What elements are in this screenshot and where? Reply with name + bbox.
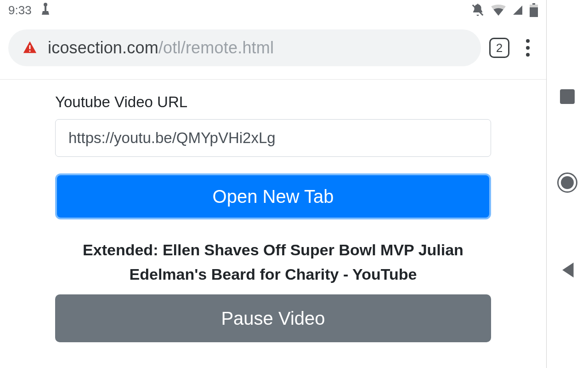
browser-toolbar: icosection.com/otl/remote.html 2	[0, 20, 546, 80]
cellular-icon	[512, 5, 523, 16]
url-path: /otl/remote.html	[158, 38, 274, 57]
clock-text: 9:33	[8, 3, 32, 17]
svg-rect-6	[29, 45, 31, 49]
url-text: icosection.com/otl/remote.html	[48, 38, 274, 58]
battery-icon	[530, 3, 538, 17]
svg-rect-3	[532, 3, 535, 5]
notifications-off-icon	[471, 3, 485, 17]
tab-switcher-button[interactable]: 2	[489, 38, 509, 58]
video-title-text: Extended: Ellen Shaves Off Super Bowl MV…	[55, 238, 491, 286]
navigation-rail	[547, 0, 588, 368]
url-host: icosection.com	[48, 38, 158, 57]
dot-icon	[526, 39, 530, 43]
wifi-icon	[491, 5, 506, 16]
tab-count: 2	[496, 41, 503, 55]
svg-rect-5	[530, 7, 538, 17]
pause-video-button[interactable]: Pause Video	[55, 294, 491, 342]
status-bar: 9:33	[0, 0, 546, 20]
more-menu-button[interactable]	[518, 39, 538, 57]
svg-rect-7	[29, 51, 31, 52]
open-new-tab-button[interactable]: Open New Tab	[55, 173, 491, 219]
address-bar[interactable]: icosection.com/otl/remote.html	[8, 29, 481, 66]
url-input-label: Youtube Video URL	[55, 93, 491, 111]
svg-rect-1	[45, 6, 46, 11]
dot-icon	[526, 46, 530, 50]
youtube-url-input[interactable]	[55, 119, 491, 157]
page-content: Youtube Video URL Open New Tab Extended:…	[0, 80, 546, 368]
back-button[interactable]	[560, 261, 575, 279]
security-warning-icon	[22, 40, 38, 56]
recent-apps-button[interactable]	[560, 89, 575, 104]
dot-icon	[526, 53, 530, 57]
home-button[interactable]	[557, 172, 577, 193]
touch-icon	[40, 2, 51, 19]
